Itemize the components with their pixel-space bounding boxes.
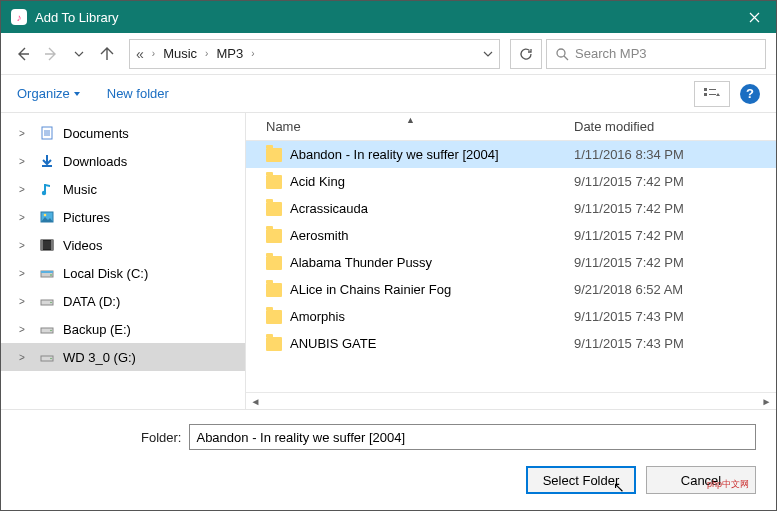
navigation-tree[interactable]: >Documents>Downloads>Music>Pictures>Vide…: [1, 113, 246, 409]
chevron-down-icon: [73, 90, 81, 98]
expand-icon[interactable]: >: [19, 156, 25, 167]
file-row[interactable]: Abandon - In reality we suffer [2004]1/1…: [246, 141, 776, 168]
column-header-date[interactable]: Date modified: [566, 119, 776, 134]
expand-icon[interactable]: >: [19, 324, 25, 335]
address-bar[interactable]: « › Music › MP3 ›: [129, 39, 500, 69]
button-row: Select Folder ↖ Cancel php中文网: [21, 466, 756, 494]
nav-toolbar: « › Music › MP3 ›: [1, 33, 776, 75]
file-date: 1/11/2016 8:34 PM: [566, 147, 776, 162]
back-button[interactable]: [11, 42, 35, 66]
up-button[interactable]: [95, 42, 119, 66]
tree-item[interactable]: >Music: [1, 175, 245, 203]
tree-item-label: Backup (E:): [63, 322, 131, 337]
scroll-right-icon[interactable]: ►: [759, 394, 774, 409]
tree-item-label: Documents: [63, 126, 129, 141]
footer: Folder: Select Folder ↖ Cancel php中文网: [1, 409, 776, 510]
svg-rect-11: [51, 240, 53, 250]
search-input[interactable]: [575, 46, 757, 61]
organize-button[interactable]: Organize: [17, 86, 81, 101]
select-folder-button[interactable]: Select Folder ↖: [526, 466, 636, 494]
expand-icon[interactable]: >: [19, 128, 25, 139]
tree-item[interactable]: >Local Disk (C:): [1, 259, 245, 287]
arrow-right-icon: [43, 46, 59, 62]
tree-item[interactable]: >Downloads: [1, 147, 245, 175]
tree-item-label: Downloads: [63, 154, 127, 169]
breadcrumb-root-icon: «: [136, 46, 144, 62]
file-list[interactable]: Abandon - In reality we suffer [2004]1/1…: [246, 141, 776, 392]
new-folder-button[interactable]: New folder: [107, 86, 169, 101]
tree-item[interactable]: >Videos: [1, 231, 245, 259]
tree-item[interactable]: >Pictures: [1, 203, 245, 231]
file-date: 9/21/2018 6:52 AM: [566, 282, 776, 297]
column-header-name[interactable]: ▲ Name: [246, 119, 566, 134]
folder-icon: [266, 337, 282, 351]
scroll-left-icon[interactable]: ◄: [248, 394, 263, 409]
vid-icon: [39, 237, 55, 253]
drive-icon: [39, 349, 55, 365]
folder-icon: [266, 175, 282, 189]
chevron-down-icon[interactable]: [483, 49, 493, 59]
arrow-up-icon: [99, 46, 115, 62]
file-name: Aerosmith: [290, 228, 349, 243]
file-date: 9/11/2015 7:42 PM: [566, 228, 776, 243]
svg-point-18: [50, 330, 52, 332]
tree-item-label: WD 3_0 (G:): [63, 350, 136, 365]
expand-icon[interactable]: >: [19, 296, 25, 307]
svg-rect-10: [41, 240, 43, 250]
svg-point-8: [44, 214, 47, 217]
tree-item[interactable]: >WD 3_0 (G:): [1, 343, 245, 371]
file-row[interactable]: ALice in Chains Rainier Fog9/21/2018 6:5…: [246, 276, 776, 303]
file-row[interactable]: Acrassicauda9/11/2015 7:42 PM: [246, 195, 776, 222]
tree-item[interactable]: >Backup (E:): [1, 315, 245, 343]
folder-row: Folder:: [21, 424, 756, 450]
svg-point-14: [50, 274, 52, 276]
down-icon: [39, 153, 55, 169]
drive-icon: [39, 321, 55, 337]
music-icon: [39, 181, 55, 197]
expand-icon[interactable]: >: [19, 268, 25, 279]
breadcrumb-item[interactable]: Music: [163, 46, 197, 61]
file-list-pane: ▲ Name Date modified Abandon - In realit…: [246, 113, 776, 409]
file-name: Amorphis: [290, 309, 345, 324]
expand-icon[interactable]: >: [19, 240, 25, 251]
tree-item-label: Pictures: [63, 210, 110, 225]
recent-dropdown[interactable]: [67, 42, 91, 66]
tree-item[interactable]: >DATA (D:): [1, 287, 245, 315]
forward-button[interactable]: [39, 42, 63, 66]
file-name: Abandon - In reality we suffer [2004]: [290, 147, 499, 162]
file-date: 9/11/2015 7:43 PM: [566, 309, 776, 324]
file-row[interactable]: Aerosmith9/11/2015 7:42 PM: [246, 222, 776, 249]
cancel-button[interactable]: Cancel php中文网: [646, 466, 756, 494]
expand-icon[interactable]: >: [19, 212, 25, 223]
close-button[interactable]: [732, 1, 776, 33]
file-name: Acrassicauda: [290, 201, 368, 216]
expand-icon[interactable]: >: [19, 184, 25, 195]
file-row[interactable]: Amorphis9/11/2015 7:43 PM: [246, 303, 776, 330]
folder-icon: [266, 202, 282, 216]
refresh-button[interactable]: [510, 39, 542, 69]
search-box[interactable]: [546, 39, 766, 69]
help-button[interactable]: ?: [740, 84, 760, 104]
file-row[interactable]: Acid King9/11/2015 7:42 PM: [246, 168, 776, 195]
file-date: 9/11/2015 7:43 PM: [566, 336, 776, 351]
file-row[interactable]: ANUBIS GATE9/11/2015 7:43 PM: [246, 330, 776, 357]
sort-indicator-icon: ▲: [406, 115, 415, 125]
chevron-right-icon: ›: [152, 48, 155, 59]
tree-item-label: Music: [63, 182, 97, 197]
svg-rect-4: [709, 94, 716, 95]
file-row[interactable]: Alabama Thunder Pussy9/11/2015 7:42 PM: [246, 249, 776, 276]
file-date: 9/11/2015 7:42 PM: [566, 255, 776, 270]
drive-icon: [39, 293, 55, 309]
tree-item[interactable]: >Documents: [1, 119, 245, 147]
breadcrumb-item[interactable]: MP3: [216, 46, 243, 61]
file-name: ANUBIS GATE: [290, 336, 376, 351]
folder-input[interactable]: [189, 424, 756, 450]
svg-rect-13: [41, 271, 53, 273]
folder-icon: [266, 256, 282, 270]
expand-icon[interactable]: >: [19, 352, 25, 363]
chevron-right-icon: ›: [251, 48, 254, 59]
doc-icon: [39, 125, 55, 141]
horizontal-scrollbar[interactable]: ◄ ►: [246, 392, 776, 409]
chevron-down-icon: [74, 49, 84, 59]
view-options-button[interactable]: [694, 81, 730, 107]
